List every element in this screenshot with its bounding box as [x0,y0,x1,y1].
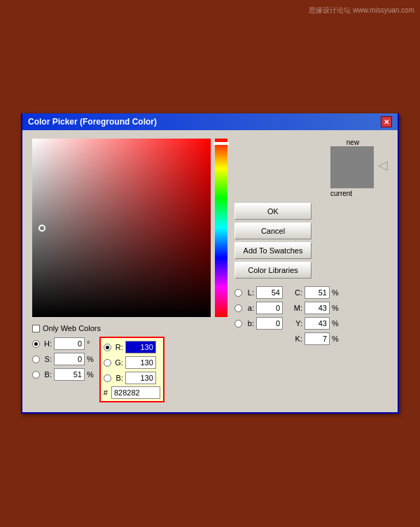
b-radio[interactable] [32,371,40,379]
k-label: K: [290,335,302,343]
m-field-row: M: % [290,301,339,315]
c-label: C: [290,288,302,297]
hex-row: # [104,386,160,399]
b-field-row: B: % [32,367,94,381]
only-web-colors-checkbox[interactable] [32,325,40,332]
new-label: new [332,139,374,146]
hue-slider-wrap [215,139,227,317]
l-label: L: [244,288,254,297]
b-rgb-radio[interactable] [104,374,111,382]
b-rgb-field-row: B: [104,371,160,385]
m-label: M: [290,304,302,312]
hue-slider[interactable] [215,139,227,317]
l-field-row: L: [234,286,283,300]
y-input[interactable] [304,317,330,330]
ok-button[interactable]: OK [234,203,312,220]
h-radio[interactable] [32,340,40,348]
hex-input[interactable] [111,386,160,399]
s-unit: % [87,355,94,363]
h-unit: ° [87,339,90,348]
right-panel: new current ◁ OK Cancel Add [234,139,388,402]
b-lab-field-row: b: [234,316,283,330]
close-button[interactable]: ✕ [381,116,392,127]
b-input[interactable] [54,368,85,381]
swatch-stack: current [330,146,374,197]
b-lab-label: b: [244,319,254,328]
g-radio[interactable] [104,359,111,367]
y-label: Y: [290,319,302,328]
watermark: 思缘设计论坛 www.missyuan.com [309,6,414,15]
a-input[interactable] [256,302,283,314]
rgb-highlight: R: G: B: [99,337,164,402]
cancel-button[interactable]: Cancel [234,223,312,239]
l-radio[interactable] [234,289,242,297]
b-lab-input[interactable] [256,317,283,330]
c-field-row: C: % [290,286,339,300]
b-rgb-input[interactable] [125,372,156,384]
g-label: G: [113,358,123,367]
hsb-fields: H: ° S: % B: [32,337,94,381]
current-label: current [330,190,352,197]
r-radio[interactable] [104,344,111,351]
y-field-row: Y: % [290,316,339,330]
r-label: R: [113,343,123,351]
a-label: a: [244,304,254,312]
m-unit: % [332,304,339,312]
hue-marker [214,142,229,145]
b-lab-radio[interactable] [234,320,242,328]
hash-label: # [104,388,108,397]
a-radio[interactable] [234,304,242,312]
cmyk-fields: C: % M: % Y: % K: [290,286,339,346]
k-unit: % [332,335,339,343]
swatch-combined[interactable] [330,146,374,188]
r-input[interactable] [125,341,156,353]
s-label: S: [42,355,52,363]
only-web-colors-row: Only Web Colors [32,324,227,332]
g-field-row: G: [104,356,160,370]
lab-cmyk-area: L: a: b: [234,286,388,346]
h-input[interactable] [54,337,85,350]
g-input[interactable] [125,356,156,369]
lab-fields: L: a: b: [234,286,283,346]
c-input[interactable] [304,286,330,299]
k-field-row: K: % [290,332,339,346]
h-label: H: [42,339,52,348]
buttons-column: OK Cancel Add To Swatches Color Librarie… [234,203,388,279]
y-unit: % [332,319,339,328]
r-field-row: R: [104,340,160,354]
b-unit: % [87,370,94,379]
a-field-row: a: [234,301,283,315]
k-input[interactable] [304,332,330,345]
add-to-swatches-button[interactable]: Add To Swatches [234,242,312,259]
swatch-arrow-icon: ◁ [378,157,388,173]
dialog-title: Color Picker (Foreground Color) [28,117,157,127]
dialog-body: Only Web Colors H: ° S: [22,130,398,412]
swatch-current [330,167,374,188]
color-gradient-field[interactable] [32,139,211,317]
only-web-colors-label: Only Web Colors [43,324,101,332]
b-rgb-label: B: [113,374,123,382]
rgb-fields: R: G: B: [104,340,160,385]
color-libraries-button[interactable]: Color Libraries [234,262,312,279]
m-input[interactable] [304,302,330,314]
s-input[interactable] [54,353,85,365]
color-field-area [32,139,227,317]
h-field-row: H: ° [32,337,94,351]
color-picker-dialog: Color Picker (Foreground Color) ✕ Only W [21,113,399,414]
l-input[interactable] [256,286,283,299]
title-bar: Color Picker (Foreground Color) ✕ [22,113,398,130]
s-field-row: S: % [32,352,94,366]
s-radio[interactable] [32,356,40,363]
b-label: B: [42,370,52,379]
swatch-area: new current ◁ [234,139,388,197]
c-unit: % [332,288,339,297]
swatch-new [330,146,374,167]
